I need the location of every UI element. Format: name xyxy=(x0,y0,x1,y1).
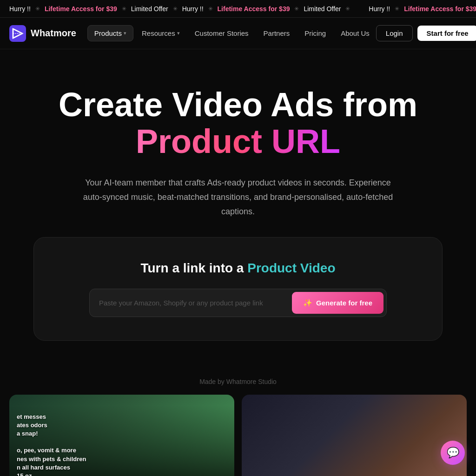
cta-card-title: Turn a link into a Product Video xyxy=(53,261,423,276)
ticker-hurry-d: Hurry !! xyxy=(369,5,390,13)
nav-item-partners[interactable]: Partners xyxy=(257,26,297,41)
nav-label-resources: Resources xyxy=(142,29,175,37)
nav-label-products: Products xyxy=(94,29,122,37)
ticker-item: Hurry !! ✳ Lifetime Access for $39 ✳ Lim… xyxy=(0,5,359,13)
ticker-star-6: ✳ xyxy=(345,6,350,12)
made-by: Made by Whatmore Studio xyxy=(0,359,476,395)
chevron-down-icon: ▾ xyxy=(124,30,126,36)
video-thumb-right[interactable] xyxy=(242,395,467,476)
nav-item-about-us[interactable]: About Us xyxy=(334,26,376,41)
nav-item-resources[interactable]: Resources ▾ xyxy=(135,26,186,41)
ticker-hurry: Hurry !! xyxy=(9,5,31,13)
logo[interactable]: Whatmore xyxy=(9,25,76,42)
chat-bubble[interactable]: 💬 xyxy=(441,441,465,465)
nav-label-pricing: Pricing xyxy=(304,29,326,37)
hero-title-line2: Product URL xyxy=(136,123,340,160)
video-thumb-left[interactable]: et messesates odorsa snap!o, pee, vomit … xyxy=(9,395,234,476)
nav-item-products[interactable]: Products ▾ xyxy=(87,25,133,41)
cta-card: Turn a link into a Product Video ✨ Gener… xyxy=(33,237,443,341)
made-by-text: Made by Whatmore Studio xyxy=(199,378,277,385)
ticker-star: ✳ xyxy=(35,6,40,12)
ticker-track: Hurry !! ✳ Lifetime Access for $39 ✳ Lim… xyxy=(0,5,476,13)
logo-text: Whatmore xyxy=(31,28,76,39)
nav-links: Products ▾ Resources ▾ Customer Stories … xyxy=(87,25,376,41)
hero-section: Create Video Ads from Product URL Your A… xyxy=(0,49,476,359)
ticker-star-5: ✳ xyxy=(294,6,299,12)
ticker-star-3: ✳ xyxy=(173,6,178,12)
chat-icon: 💬 xyxy=(447,447,459,459)
ticker-star-2: ✳ xyxy=(122,6,126,12)
hero-title-line1: Create Video Ads from xyxy=(19,86,457,123)
cta-title-highlight: Product Video xyxy=(247,261,335,275)
ticker-hurry-2: Hurry !! xyxy=(182,5,204,13)
chevron-down-icon-2: ▾ xyxy=(177,30,180,36)
ticker-offer-d: Lifetime Access for $39 xyxy=(404,5,476,13)
nav-item-pricing[interactable]: Pricing xyxy=(298,26,332,41)
navbar: Whatmore Products ▾ Resources ▾ Customer… xyxy=(0,18,476,49)
ticker-star-d: ✳ xyxy=(395,6,399,12)
login-button[interactable]: Login xyxy=(376,25,413,41)
hero-subtitle: Your AI-team member that crafts Ads-read… xyxy=(80,176,396,218)
video-text-left: et messesates odorsa snap!o, pee, vomit … xyxy=(17,413,227,476)
generate-button[interactable]: ✨ Generate for free xyxy=(292,292,383,314)
ticker-item-dup: Hurry !! ✳ Lifetime Access for $39 ✳ Lim… xyxy=(359,5,476,13)
wand-icon: ✨ xyxy=(303,298,312,307)
url-input-row: ✨ Generate for free xyxy=(89,289,387,317)
start-for-free-button[interactable]: Start for free xyxy=(417,26,476,41)
nav-buttons: Login Start for free xyxy=(376,25,476,41)
generate-label: Generate for free xyxy=(316,299,372,307)
url-input[interactable] xyxy=(90,291,289,314)
ticker-offer: Lifetime Access for $39 xyxy=(45,5,117,13)
ticker-limited: Limited Offer xyxy=(131,5,168,13)
video-overlay-left: et messesates odorsa snap!o, pee, vomit … xyxy=(9,405,234,476)
nav-label-customer-stories: Customer Stories xyxy=(195,29,249,37)
logo-icon xyxy=(9,25,26,42)
ticker-offer-2: Lifetime Access for $39 xyxy=(218,5,290,13)
nav-label-partners: Partners xyxy=(264,29,290,37)
ticker-star-4: ✳ xyxy=(208,6,213,12)
video-grid: et messesates odorsa snap!o, pee, vomit … xyxy=(0,395,476,476)
ticker-limited-2: Limited Offer xyxy=(304,5,341,13)
nav-item-customer-stories[interactable]: Customer Stories xyxy=(188,26,255,41)
ticker-bar: Hurry !! ✳ Lifetime Access for $39 ✳ Lim… xyxy=(0,0,476,18)
nav-label-about-us: About Us xyxy=(341,29,370,37)
cta-title-prefix: Turn a link into a xyxy=(140,261,247,275)
